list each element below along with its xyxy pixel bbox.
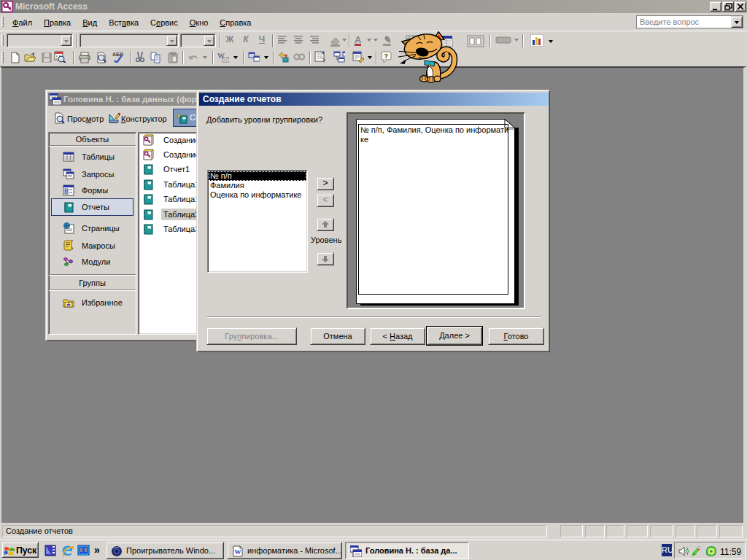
svg-text:?: ? bbox=[384, 52, 389, 60]
svg-text:W: W bbox=[235, 548, 241, 556]
